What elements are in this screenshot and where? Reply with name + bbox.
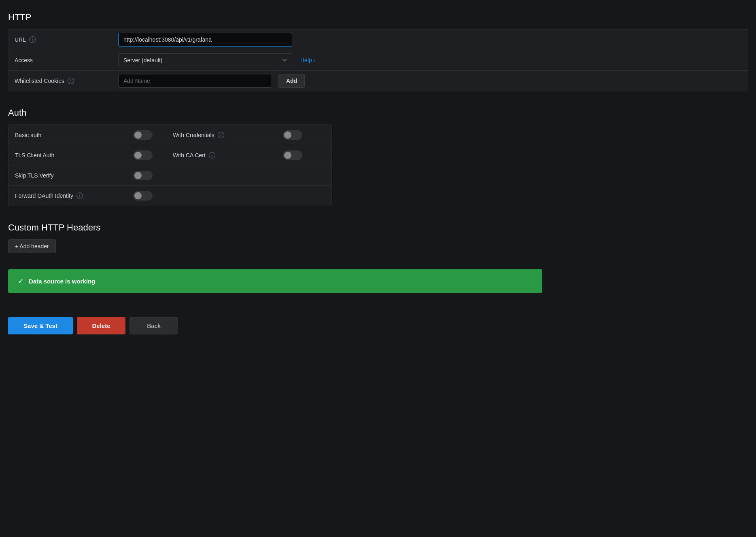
skip-tls-toggle-cell [130, 166, 166, 185]
with-ca-cert-toggle-cell [280, 146, 316, 165]
cookies-control: Add [113, 71, 748, 91]
basic-auth-toggle-cell [130, 125, 166, 145]
add-cookie-button[interactable]: Add [278, 74, 305, 88]
save-test-button[interactable]: Save & Test [8, 317, 73, 334]
with-ca-cert-slider [283, 150, 302, 160]
with-ca-cert-toggle[interactable] [283, 150, 302, 160]
skip-tls-toggle[interactable] [133, 171, 153, 180]
with-credentials-toggle-cell [280, 125, 316, 145]
url-row: URL i [8, 29, 748, 50]
status-banner: ✓ Data source is working [8, 269, 542, 293]
check-icon: ✓ [18, 277, 24, 285]
auth-row-4: Forward OAuth Identity i [8, 186, 331, 206]
url-label: URL i [8, 32, 113, 47]
url-info-icon[interactable]: i [29, 36, 36, 43]
back-button[interactable]: Back [130, 317, 178, 334]
access-select[interactable]: Server (default) Browser [118, 53, 292, 67]
auth-title: Auth [8, 108, 748, 118]
tls-client-auth-toggle-cell [130, 146, 166, 165]
forward-oauth-label: Forward OAuth Identity i [8, 188, 130, 204]
auth-row-2: TLS Client Auth With CA Cert i [8, 145, 331, 165]
forward-oauth-slider [133, 191, 153, 201]
custom-headers-section: Custom HTTP Headers + Add header [8, 222, 748, 253]
basic-auth-toggle[interactable] [133, 130, 153, 140]
skip-tls-label: Skip TLS Verify [8, 167, 130, 184]
http-title: HTTP [8, 12, 748, 23]
url-input[interactable] [118, 33, 292, 47]
forward-oauth-info-icon[interactable]: i [76, 192, 83, 199]
http-section: HTTP URL i Access Server (default) Brows… [8, 12, 748, 91]
cookie-name-input[interactable] [118, 74, 272, 88]
auth-grid: Basic auth With Credentials i [8, 125, 332, 206]
with-ca-cert-info-icon[interactable]: i [209, 152, 215, 159]
with-credentials-label: With Credentials i [166, 127, 280, 143]
access-control: Server (default) Browser Help › [113, 50, 748, 70]
action-buttons: Save & Test Delete Back [8, 317, 748, 334]
tls-client-auth-label: TLS Client Auth [8, 147, 130, 163]
access-row: Access Server (default) Browser Help › [8, 50, 748, 71]
auth-row-1: Basic auth With Credentials i [8, 125, 331, 145]
help-arrow-icon: › [314, 57, 316, 63]
with-ca-cert-label: With CA Cert i [166, 147, 280, 163]
whitelisted-cookies-row: Whitelisted Cookies i Add [8, 71, 748, 91]
whitelisted-cookies-label: Whitelisted Cookies i [8, 74, 113, 88]
with-credentials-slider [283, 130, 302, 140]
skip-tls-slider [133, 171, 153, 180]
auth-section: Auth Basic auth With Credentials i [8, 108, 748, 206]
tls-client-auth-toggle[interactable] [133, 150, 153, 160]
basic-auth-label: Basic auth [8, 127, 130, 143]
tls-client-auth-slider [133, 150, 153, 160]
cookies-info-icon[interactable]: i [68, 78, 74, 84]
status-message: Data source is working [29, 278, 95, 285]
add-header-button[interactable]: + Add header [8, 239, 56, 253]
with-credentials-toggle[interactable] [283, 130, 302, 140]
access-select-wrapper: Server (default) Browser [118, 53, 292, 67]
auth-row-3: Skip TLS Verify [8, 165, 331, 186]
delete-button[interactable]: Delete [77, 317, 125, 334]
forward-oauth-toggle[interactable] [133, 191, 153, 201]
forward-oauth-toggle-cell [130, 186, 166, 205]
access-label: Access [8, 53, 113, 68]
with-credentials-info-icon[interactable]: i [218, 132, 224, 138]
custom-headers-title: Custom HTTP Headers [8, 222, 748, 233]
url-control [113, 30, 748, 50]
help-button[interactable]: Help › [300, 57, 315, 63]
basic-auth-slider [133, 130, 153, 140]
